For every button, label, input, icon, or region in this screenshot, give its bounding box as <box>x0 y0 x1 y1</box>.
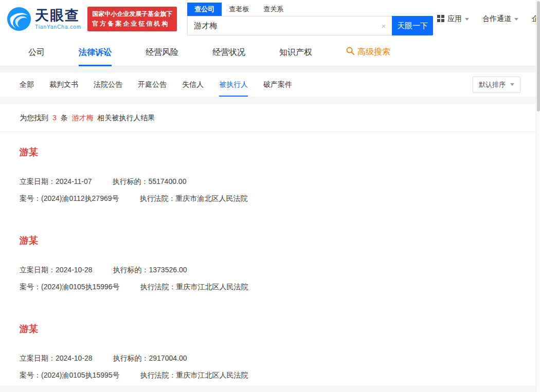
amount-value: 1373526.00 <box>149 266 187 274</box>
result-item: 游某 立案日期：2024-11-07 执行标的：5517400.00 案号：(2… <box>0 132 540 220</box>
court-label: 执行法院： <box>140 371 176 379</box>
filing-date-label: 立案日期： <box>20 354 56 362</box>
court-value: 重庆市江北区人民法院 <box>176 371 248 379</box>
search-button[interactable]: 天眼一下 <box>392 16 433 35</box>
filing-date-value: 2024-10-28 <box>56 354 93 362</box>
case-no-label: 案号： <box>20 194 41 202</box>
badge-line-1: 国家中小企业发展子基金旗下 <box>92 9 172 19</box>
menu-apps[interactable]: 应用 <box>437 14 469 24</box>
sort-label: 默认排序 <box>479 80 506 89</box>
subnav-enforced-persons[interactable]: 被执行人 <box>219 72 248 97</box>
court-label: 执行法院： <box>139 194 175 202</box>
subnav-hearing-announcements[interactable]: 开庭公告 <box>138 72 167 97</box>
search-block: 查公司 查老板 查关系 天眼一下 <box>187 3 433 35</box>
case-no-value: (2024)渝0105执15995号 <box>41 371 120 379</box>
logo-name: 天眼查 <box>35 9 81 23</box>
filing-date-value: 2024-11-07 <box>56 177 92 185</box>
subnav-dishonest-persons[interactable]: 失信人 <box>182 72 204 97</box>
result-item: 游某 立案日期：2024-10-28 执行标的：2917004.00 案号：(2… <box>0 309 540 386</box>
search-tab-company[interactable]: 查公司 <box>187 3 222 16</box>
court-value: 重庆市江北区人民法院 <box>176 283 248 291</box>
results-summary: 为您找到 3 条 游才梅 相关被执行人结果 <box>0 104 540 132</box>
search-tab-boss[interactable]: 查老板 <box>222 3 256 16</box>
header-menu: 应用 合作通道 企 <box>437 14 540 24</box>
badge-line-2: 官方备案企业征信机构 <box>92 19 172 29</box>
result-name-link[interactable]: 游某 <box>20 323 38 335</box>
search-input[interactable] <box>188 22 375 30</box>
case-no-label: 案号： <box>20 283 41 291</box>
menu-partner[interactable]: 合作通道 <box>482 14 518 24</box>
result-row: 立案日期：2024-11-07 执行标的：5517400.00 <box>20 177 520 186</box>
summary-prefix: 为您找到 <box>20 114 48 122</box>
nav-tab-company[interactable]: 公司 <box>28 38 45 66</box>
amount-label: 执行标的： <box>112 177 148 185</box>
subnav: 全部 裁判文书 法院公告 开庭公告 失信人 被执行人 破产案件 默认排序 <box>0 72 540 97</box>
certification-badge: 国家中小企业发展子基金旗下 官方备案企业征信机构 <box>87 7 177 31</box>
amount-label: 执行标的： <box>113 354 149 362</box>
nav-tab-operation-status[interactable]: 经营状况 <box>212 38 245 66</box>
tianyancha-logo-icon <box>7 7 31 31</box>
amount-value: 5517400.00 <box>148 177 186 185</box>
header: 天眼查 TianYanCha.com 国家中小企业发展子基金旗下 官方备案企业征… <box>0 0 540 38</box>
court-label: 执行法院： <box>140 283 176 291</box>
sort-button[interactable]: 默认排序 <box>473 77 520 93</box>
chevron-down-icon <box>514 18 518 21</box>
tianyancha-logo[interactable]: 天眼查 TianYanCha.com <box>7 7 81 31</box>
case-no-value: (2024)渝0105执15996号 <box>41 283 120 291</box>
menu-apps-label: 应用 <box>447 14 462 24</box>
filing-date-label: 立案日期： <box>20 266 56 274</box>
advanced-search-label: 高级搜索 <box>357 47 390 58</box>
court-value: 重庆市渝北区人民法院 <box>175 194 247 202</box>
search-box <box>187 16 392 35</box>
summary-unit: 条 <box>61 114 68 122</box>
grid-icon <box>437 15 444 24</box>
result-row: 立案日期：2024-10-28 执行标的：2917004.00 <box>20 354 520 363</box>
case-no-value: (2024)渝0112执27969号 <box>41 194 119 202</box>
page-scrollbar[interactable] <box>536 0 540 392</box>
case-no-label: 案号： <box>20 371 41 379</box>
summary-keyword: 游才梅 <box>71 114 93 122</box>
result-row: 案号：(2024)渝0105执15996号 执行法院：重庆市江北区人民法院 <box>20 283 520 292</box>
chevron-down-icon <box>465 18 469 21</box>
summary-suffix: 相关被执行人结果 <box>97 114 155 122</box>
filing-date-value: 2024-10-28 <box>56 266 93 274</box>
search-icon <box>346 47 354 57</box>
subnav-judgments[interactable]: 裁判文书 <box>49 72 78 97</box>
result-row: 立案日期：2024-10-28 执行标的：1373526.00 <box>20 266 520 275</box>
nav-tab-operation-risk[interactable]: 经营风险 <box>146 38 178 66</box>
scrollbar-thumb[interactable] <box>537 1 540 111</box>
subnav-bankruptcy-cases[interactable]: 破产案件 <box>263 72 292 97</box>
summary-count: 3 <box>52 114 57 122</box>
main-nav: 公司 法律诉讼 经营风险 经营状况 知识产权 高级搜索 <box>0 38 540 66</box>
result-row: 案号：(2024)渝0105执15995号 执行法院：重庆市江北区人民法院 <box>20 371 520 380</box>
result-name-link[interactable]: 游某 <box>20 146 38 158</box>
amount-label: 执行标的： <box>113 266 149 274</box>
result-item: 游某 立案日期：2024-10-28 执行标的：1373526.00 案号：(2… <box>0 220 540 309</box>
amount-value: 2917004.00 <box>149 354 187 362</box>
search-tabs: 查公司 查老板 查关系 <box>187 3 433 16</box>
nav-tab-legal[interactable]: 法律诉讼 <box>79 38 112 66</box>
clear-icon[interactable] <box>375 22 392 30</box>
result-row: 案号：(2024)渝0112执27969号 执行法院：重庆市渝北区人民法院 <box>20 194 520 203</box>
nav-tab-intellectual-property[interactable]: 知识产权 <box>279 38 312 66</box>
filing-date-label: 立案日期： <box>20 177 56 185</box>
results-panel: 为您找到 3 条 游才梅 相关被执行人结果 游某 立案日期：2024-11-07… <box>0 104 540 386</box>
chevron-down-icon <box>510 83 514 86</box>
subnav-all[interactable]: 全部 <box>20 72 34 97</box>
result-name-link[interactable]: 游某 <box>20 234 38 247</box>
advanced-search[interactable]: 高级搜索 <box>346 47 390 58</box>
menu-partner-label: 合作通道 <box>482 14 511 24</box>
search-tab-relation[interactable]: 查关系 <box>256 3 291 16</box>
logo-domain: TianYanCha.com <box>35 24 81 30</box>
subnav-court-announcements[interactable]: 法院公告 <box>94 72 122 97</box>
